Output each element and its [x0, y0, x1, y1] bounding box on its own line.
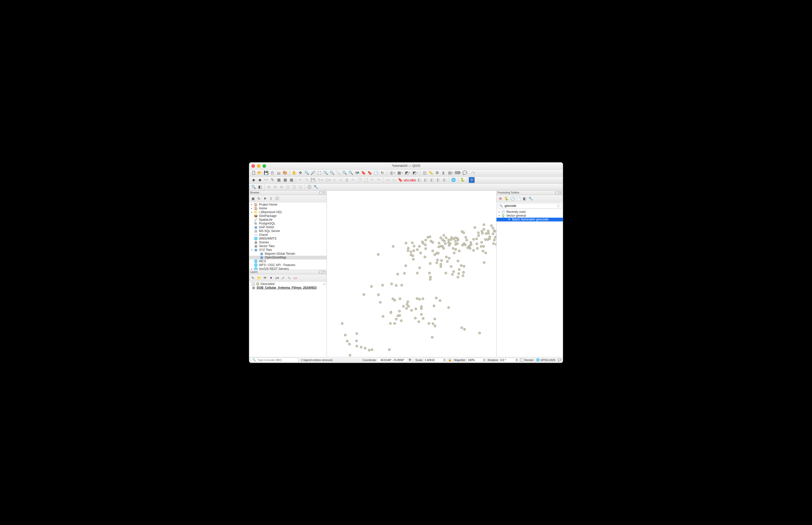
web-icon[interactable]: 🌐 — [451, 177, 456, 183]
browser-item[interactable]: ▦SAP HANA — [249, 225, 327, 229]
zoom-in-icon[interactable]: 🔍 — [304, 170, 310, 176]
browser-item[interactable]: ▦OpenStreetMap — [249, 256, 327, 259]
processing-results-icon[interactable]: 📄 — [516, 196, 521, 201]
select-by-value-icon[interactable]: ◩ — [411, 170, 417, 176]
toggle-edit-icon[interactable]: ✏ — [298, 177, 303, 183]
label-move-icon[interactable]: ◧ — [423, 177, 429, 183]
dropdown-icon[interactable]: ▾ — [409, 171, 410, 174]
copy-icon[interactable]: ❐ — [357, 177, 363, 183]
paste-icon[interactable]: 📋 — [363, 177, 369, 183]
browser-item[interactable]: 🌐WCS — [249, 259, 327, 263]
tree-item-batch-nominatim[interactable]: ✳ Batch Nominatim geocoder — [496, 217, 563, 222]
browser-item[interactable]: ▤MS SQL Server — [249, 229, 327, 233]
dropdown-icon[interactable]: ▾ — [417, 171, 418, 174]
dropdown-icon[interactable]: ▾ — [394, 171, 395, 174]
vertex-tool-icon[interactable]: ◇ — [332, 177, 337, 183]
panel-float-icon[interactable]: ▫ — [319, 271, 322, 274]
open-project-icon[interactable]: 📂 — [257, 170, 263, 176]
zoom-out-icon[interactable]: 🔎 — [310, 170, 316, 176]
collapse-all-icon[interactable]: ⤡ — [287, 275, 292, 280]
layer-item[interactable]: ▦DOB_Cellular_Antenna_Filings_20240923 — [249, 286, 327, 290]
layout-manager-icon[interactable]: 🗂 — [276, 170, 282, 176]
new-print-layout-icon[interactable]: 🗒 — [270, 170, 275, 176]
layers-tree[interactable]: ✓Geocoded◫▦DOB_Cellular_Antenna_Filings_… — [249, 282, 327, 357]
processing-search-input[interactable] — [504, 204, 555, 208]
browser-item[interactable]: ▭Oracle — [249, 233, 327, 237]
scale-field[interactable] — [423, 358, 444, 362]
self-snap-icon[interactable]: ◫ — [298, 184, 303, 190]
label-change-icon[interactable]: ◧ — [435, 177, 441, 183]
maptips-icon[interactable]: 💬 — [462, 170, 468, 176]
new-map-view-icon[interactable]: 🗺 — [354, 170, 360, 176]
info-icon[interactable]: ⓘ — [307, 184, 313, 190]
magnifier-field[interactable] — [466, 358, 483, 362]
zoom-native-icon[interactable]: 🔍 — [335, 170, 341, 176]
processing-options-icon[interactable]: 🔧 — [528, 196, 533, 201]
style-manager-icon[interactable]: 🎨 — [282, 170, 288, 176]
filter-legend-icon[interactable]: ▼ — [269, 275, 274, 280]
browser-item[interactable]: ▸📁/ (Macintosh HD) — [249, 210, 327, 214]
window-minimize[interactable] — [257, 164, 261, 168]
messages-icon[interactable]: 💬 — [558, 358, 561, 361]
help-icon[interactable]: ? — [469, 177, 475, 183]
map-canvas[interactable] — [327, 191, 496, 357]
add-layer-icon[interactable]: ▣ — [250, 196, 256, 201]
refresh-browser-icon[interactable]: ↻ — [257, 196, 261, 201]
tree-item-vector-general[interactable]: ▾Q Vector general — [496, 214, 563, 217]
dropdown-icon[interactable]: ▾ — [402, 171, 403, 174]
quickosm-icon[interactable]: 🔍 — [251, 184, 257, 190]
processing-tree[interactable]: ▸🕘 Recently used ▾Q Vector general ✳ Bat… — [496, 210, 563, 357]
edits-icon[interactable]: ✎ — [270, 177, 275, 183]
refresh-icon[interactable]: ↻ — [379, 170, 385, 176]
new-project-icon[interactable] — [251, 170, 257, 176]
tree-item-recently-used[interactable]: ▸🕘 Recently used — [496, 210, 563, 214]
browser-item[interactable]: ▸🌐ArcGIS REST Servers — [249, 267, 327, 270]
render-checkbox[interactable]: ✓ — [520, 358, 523, 361]
add-group-icon[interactable]: 📁 — [257, 275, 261, 280]
zoom-full-icon[interactable]: ⛶ — [317, 170, 322, 176]
modify-icon[interactable]: ≡ — [338, 177, 344, 183]
zoom-layer-icon[interactable]: 🔍 — [329, 170, 335, 176]
add-xyz-icon[interactable]: ▦ — [289, 177, 294, 183]
cut-icon[interactable]: ✂ — [350, 177, 356, 183]
label-rotate-icon[interactable]: ◧ — [429, 177, 435, 183]
identify-icon[interactable]: 🛈 — [389, 170, 394, 176]
add-csv-icon[interactable]: ▦ — [276, 177, 282, 183]
panel-float-icon[interactable]: ▫ — [555, 191, 558, 194]
add-wms-icon[interactable]: ▦ — [282, 177, 288, 183]
layer-styling-icon[interactable]: ✎ — [250, 275, 256, 280]
pan-icon[interactable]: ✋ — [291, 170, 297, 176]
layer-item[interactable]: ✓Geocoded◫ — [249, 282, 327, 286]
snap-opts-icon[interactable]: ⊕ — [272, 184, 278, 190]
processing-python-icon[interactable]: 🐍 — [504, 196, 509, 201]
lock-icon[interactable]: 🔒 — [448, 358, 452, 361]
bookmarks-icon[interactable]: 🔖 — [367, 170, 373, 176]
coord-field[interactable] — [377, 358, 408, 362]
pan-to-selection-icon[interactable]: ✥ — [298, 170, 303, 176]
attribute-table-icon[interactable]: ▦ — [396, 170, 402, 176]
crs-button[interactable]: 🌐 EPSG:4326 — [536, 358, 555, 361]
keyboard-icon[interactable]: ⌨ — [454, 170, 460, 176]
locator[interactable]: 🔍 — [251, 358, 299, 362]
browser-item[interactable]: 📦GeoPackage — [249, 214, 327, 218]
browser-panel-header[interactable]: Browser ▫× — [249, 191, 327, 195]
label-change2-icon[interactable]: ◧ — [441, 177, 447, 183]
layers-panel-header[interactable]: Layers ▫× — [249, 270, 327, 274]
measure-icon[interactable]: 📏 — [428, 170, 434, 176]
filter-browser-icon[interactable]: ▼ — [262, 196, 267, 201]
browser-item[interactable]: 🌐WFS / OGC API - Features — [249, 263, 327, 267]
abc-strike-icon[interactable]: abc — [410, 177, 416, 183]
panel-close-icon[interactable]: × — [322, 191, 325, 194]
temporal-icon[interactable]: 🕒 — [373, 170, 379, 176]
label-pin-icon[interactable]: ◧ — [416, 177, 422, 183]
rotation-field[interactable] — [499, 358, 516, 362]
undo-icon[interactable]: ↶ — [369, 177, 375, 183]
collapse-all-icon[interactable]: ⇧ — [269, 196, 274, 201]
panel-close-icon[interactable]: × — [559, 191, 562, 194]
show-labels-icon[interactable]: ▭ — [391, 177, 397, 183]
wrench-icon[interactable]: 🔧 — [313, 184, 319, 190]
save-all-edits-icon[interactable]: 💾 — [310, 177, 316, 183]
dropdown-icon[interactable]: ▾ — [460, 171, 461, 174]
select-features-icon[interactable]: ◩ — [404, 170, 409, 176]
browser-item[interactable]: 🐘PostgreSQL — [249, 222, 327, 225]
